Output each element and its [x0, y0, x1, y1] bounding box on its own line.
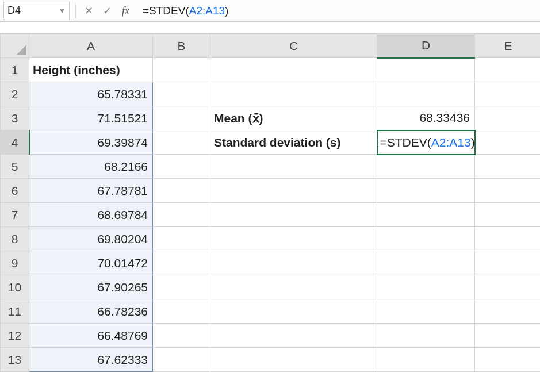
d4-suffix: )	[471, 136, 475, 149]
cell-A7[interactable]: 68.69784	[29, 203, 153, 227]
col-header-B[interactable]: B	[153, 34, 210, 58]
cell-D8[interactable]	[377, 227, 475, 251]
cell-E3[interactable]	[475, 106, 541, 130]
cell-A8[interactable]: 69.80204	[29, 227, 153, 251]
cell-C12[interactable]	[210, 324, 377, 348]
cell-C7[interactable]	[210, 203, 377, 227]
row-header-2[interactable]: 2	[1, 82, 29, 106]
cell-E5[interactable]	[475, 155, 541, 179]
cell-D9[interactable]	[377, 251, 475, 275]
cell-D2[interactable]	[377, 82, 475, 106]
spacer	[0, 22, 540, 33]
row-header-11[interactable]: 11	[1, 299, 29, 324]
cell-E13[interactable]	[475, 348, 541, 372]
col-header-E[interactable]: E	[475, 34, 541, 58]
cell-C4[interactable]: Standard deviation (s)	[210, 130, 377, 155]
cell-C11[interactable]	[210, 299, 377, 324]
cell-A10[interactable]: 67.90265	[29, 275, 153, 299]
cell-A5[interactable]: 68.2166	[29, 155, 153, 179]
cell-C2[interactable]	[210, 82, 377, 106]
cell-E4[interactable]	[475, 130, 541, 155]
cell-A3[interactable]: 71.51521	[29, 106, 153, 130]
cell-B11[interactable]	[153, 299, 210, 324]
cell-D12[interactable]	[377, 324, 475, 348]
cell-E11[interactable]	[475, 299, 541, 324]
row-header-1[interactable]: 1	[1, 58, 29, 82]
fx-icon[interactable]: fx	[116, 2, 135, 20]
cell-A2[interactable]: 65.78331	[29, 82, 153, 106]
cell-B7[interactable]	[153, 203, 210, 227]
row-header-7[interactable]: 7	[1, 203, 29, 227]
cell-E9[interactable]	[475, 251, 541, 275]
col-header-D[interactable]: D	[377, 34, 475, 58]
enter-icon[interactable]: ✓	[98, 2, 116, 20]
formula-text-prefix: =STDEV(	[143, 5, 189, 17]
name-box[interactable]: D4 ▼	[3, 2, 70, 20]
cell-E1[interactable]	[475, 58, 541, 82]
cell-C1[interactable]	[210, 58, 377, 82]
cell-B4[interactable]	[153, 130, 210, 155]
cancel-icon[interactable]: ✕	[79, 2, 98, 20]
cell-D4[interactable]: =STDEV(A2:A13)	[377, 130, 475, 155]
cell-B13[interactable]	[153, 348, 210, 372]
cell-C13[interactable]	[210, 348, 377, 372]
formula-bar: D4 ▼ ✕ ✓ fx =STDEV(A2:A13)	[0, 0, 540, 22]
cell-D6[interactable]	[377, 179, 475, 203]
cell-C9[interactable]	[210, 251, 377, 275]
cell-A13[interactable]: 67.62333	[29, 348, 153, 372]
cell-B5[interactable]	[153, 155, 210, 179]
formula-text-suffix: )	[225, 5, 228, 17]
cell-B8[interactable]	[153, 227, 210, 251]
dropdown-arrow-icon[interactable]: ▼	[59, 7, 66, 15]
cell-A9[interactable]: 70.01472	[29, 251, 153, 275]
cell-C6[interactable]	[210, 179, 377, 203]
cell-B3[interactable]	[153, 106, 210, 130]
cell-A4[interactable]: 69.39874	[29, 130, 153, 155]
cell-C5[interactable]	[210, 155, 377, 179]
row-header-13[interactable]: 13	[1, 348, 29, 372]
cell-E8[interactable]	[475, 227, 541, 251]
cell-A1[interactable]: Height (inches)	[29, 58, 153, 82]
cell-B9[interactable]	[153, 251, 210, 275]
cell-D11[interactable]	[377, 299, 475, 324]
cell-C8[interactable]	[210, 227, 377, 251]
cell-E2[interactable]	[475, 82, 541, 106]
row-header-6[interactable]: 6	[1, 179, 29, 203]
row-header-4[interactable]: 4	[1, 130, 29, 155]
cell-B2[interactable]	[153, 82, 210, 106]
cell-D10[interactable]	[377, 275, 475, 299]
divider	[75, 3, 76, 19]
cell-C3[interactable]: Mean (x̄)	[210, 106, 377, 130]
row-header-5[interactable]: 5	[1, 155, 29, 179]
cell-B10[interactable]	[153, 275, 210, 299]
cell-A6[interactable]: 67.78781	[29, 179, 153, 203]
cell-A12[interactable]: 66.48769	[29, 324, 153, 348]
cell-D13[interactable]	[377, 348, 475, 372]
d4-prefix: =STDEV(	[380, 136, 431, 149]
name-box-value: D4	[7, 5, 21, 17]
select-all-corner[interactable]	[1, 34, 29, 58]
cell-E6[interactable]	[475, 179, 541, 203]
row-header-10[interactable]: 10	[1, 275, 29, 299]
cell-D1[interactable]	[377, 58, 475, 82]
cell-D5[interactable]	[377, 155, 475, 179]
row-header-8[interactable]: 8	[1, 227, 29, 251]
formula-input[interactable]: =STDEV(A2:A13)	[139, 2, 540, 20]
cell-D3[interactable]: 68.33436	[377, 106, 475, 130]
cell-B6[interactable]	[153, 179, 210, 203]
cell-D7[interactable]	[377, 203, 475, 227]
cell-B12[interactable]	[153, 324, 210, 348]
cell-B1[interactable]	[153, 58, 210, 82]
cell-C10[interactable]	[210, 275, 377, 299]
cell-A11[interactable]: 66.78236	[29, 299, 153, 324]
row-header-3[interactable]: 3	[1, 106, 29, 130]
d4-ref: A2:A13	[431, 136, 471, 149]
cell-E12[interactable]	[475, 324, 541, 348]
cell-E10[interactable]	[475, 275, 541, 299]
row-header-9[interactable]: 9	[1, 251, 29, 275]
col-header-C[interactable]: C	[210, 34, 377, 58]
formula-text-ref: A2:A13	[189, 5, 225, 17]
col-header-A[interactable]: A	[29, 34, 153, 58]
cell-E7[interactable]	[475, 203, 541, 227]
row-header-12[interactable]: 12	[1, 324, 29, 348]
